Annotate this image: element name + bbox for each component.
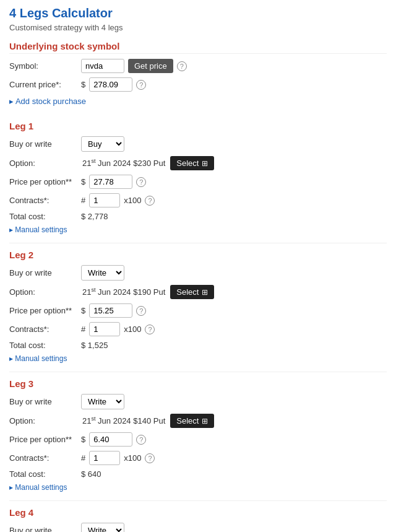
leg-1-buy-write-label: Buy or write (9, 139, 77, 149)
current-price-input[interactable] (89, 77, 132, 92)
underlying-section-title: Underlying stock symbol (9, 41, 387, 54)
leg-1-total-row: Total cost: $ 2,778 (9, 212, 387, 221)
leg-3-price-currency: $ (81, 435, 85, 444)
leg-3-option-row: Option: 21st Jun 2024 $140 Put Select ⊞ (9, 414, 387, 428)
leg-2-select-button[interactable]: Select ⊞ (170, 285, 214, 299)
underlying-section: Underlying stock symbol Symbol: Get pric… (9, 41, 387, 112)
leg-2-manual-settings-link[interactable]: Manual settings (9, 354, 67, 363)
leg-4-section: Leg 4 Buy or write Buy Write Option: 21s… (9, 507, 387, 532)
leg-1-contracts-input[interactable] (89, 193, 120, 207)
leg-2-contracts-label: Contracts*: (9, 325, 77, 334)
legs-container: Leg 1 Buy or write Buy Write Option: 21s… (9, 121, 387, 532)
leg-2-contracts-help-icon[interactable]: ? (145, 325, 155, 334)
leg-2-contracts-row: Contracts*: # x100 ? (9, 322, 387, 336)
leg-1-total-label: Total cost: (9, 212, 77, 221)
leg-1-section: Leg 1 Buy or write Buy Write Option: 21s… (9, 121, 387, 243)
leg-3-price-input[interactable] (89, 432, 132, 447)
leg-1-select-icon: ⊞ (202, 159, 208, 168)
leg-3-title: Leg 3 (9, 378, 387, 389)
leg-2-total-label: Total cost: (9, 341, 77, 350)
leg-3-x100-label: x100 (124, 453, 141, 463)
leg-3-contracts-input[interactable] (89, 451, 120, 465)
symbol-label: Symbol: (9, 61, 77, 71)
leg-2-contracts-hash: # (81, 325, 85, 334)
leg-1-title: Leg 1 (9, 121, 387, 131)
leg-2-option-text: 21st Jun 2024 $190 Put (82, 287, 165, 297)
leg-2-contracts-input[interactable] (89, 322, 120, 336)
leg-2-price-row: Price per option** $ ? (9, 303, 387, 318)
current-price-help-icon[interactable]: ? (136, 80, 146, 90)
leg-1-total-value: $ 2,778 (81, 212, 108, 221)
leg-3-price-help-icon[interactable]: ? (136, 435, 146, 445)
leg-3-contracts-label: Contracts*: (9, 453, 77, 463)
symbol-input[interactable] (81, 59, 124, 73)
leg-1-option-label: Option: (9, 159, 77, 168)
leg-2-select-icon: ⊞ (202, 288, 208, 297)
symbol-row: Symbol: Get price ? (9, 59, 387, 73)
leg-3-price-label: Price per option** (9, 435, 77, 444)
leg-3-total-value: $ 640 (81, 469, 101, 479)
symbol-help-icon[interactable]: ? (177, 61, 187, 71)
leg-2-option-row: Option: 21st Jun 2024 $190 Put Select ⊞ (9, 285, 387, 299)
leg-2-buy-write-row: Buy or write Buy Write (9, 265, 387, 281)
leg-1-contracts-row: Contracts*: # x100 ? (9, 193, 387, 207)
leg-3-price-row: Price per option** $ ? (9, 432, 387, 447)
leg-2-total-value: $ 1,525 (81, 341, 108, 350)
leg-2-buy-write-select[interactable]: Buy Write (81, 265, 124, 281)
leg-3-option-text: 21st Jun 2024 $140 Put (82, 416, 165, 425)
leg-1-contracts-hash: # (81, 196, 85, 205)
leg-1-select-button[interactable]: Select ⊞ (170, 156, 214, 170)
current-price-currency: $ (81, 80, 85, 89)
leg-1-buy-write-row: Buy or write Buy Write (9, 136, 387, 152)
leg-4-buy-write-select[interactable]: Buy Write (81, 523, 124, 532)
leg-3-section: Leg 3 Buy or write Buy Write Option: 21s… (9, 378, 387, 501)
get-price-button[interactable]: Get price (128, 59, 173, 73)
current-price-row: Current price*: $ ? (9, 77, 387, 92)
leg-2-price-currency: $ (81, 306, 85, 315)
leg-2-buy-write-label: Buy or write (9, 268, 77, 277)
leg-1-contracts-help-icon[interactable]: ? (145, 196, 155, 206)
leg-3-total-label: Total cost: (9, 469, 77, 479)
leg-1-price-help-icon[interactable]: ? (136, 177, 146, 187)
leg-2-price-help-icon[interactable]: ? (136, 306, 146, 316)
page-subtitle: Customised strategy with 4 legs (9, 23, 387, 32)
leg-4-buy-write-label: Buy or write (9, 526, 77, 532)
leg-1-price-row: Price per option** $ ? (9, 175, 387, 189)
leg-3-buy-write-label: Buy or write (9, 397, 77, 406)
leg-2-x100-label: x100 (124, 325, 141, 334)
leg-3-manual-settings-link[interactable]: Manual settings (9, 483, 67, 492)
leg-1-x100-label: x100 (124, 196, 141, 205)
leg-1-contracts-label: Contracts*: (9, 196, 77, 205)
add-stock-purchase-link[interactable]: Add stock purchase (9, 97, 86, 106)
leg-3-buy-write-select[interactable]: Buy Write (81, 394, 124, 409)
leg-3-buy-write-row: Buy or write Buy Write (9, 394, 387, 409)
leg-2-section: Leg 2 Buy or write Buy Write Option: 21s… (9, 250, 387, 372)
leg-1-option-text: 21st Jun 2024 $230 Put (82, 158, 165, 168)
leg-3-contracts-row: Contracts*: # x100 ? (9, 451, 387, 465)
leg-2-price-label: Price per option** (9, 306, 77, 315)
leg-2-title: Leg 2 (9, 250, 387, 260)
leg-3-total-row: Total cost: $ 640 (9, 469, 387, 479)
leg-1-option-row: Option: 21st Jun 2024 $230 Put Select ⊞ (9, 156, 387, 170)
leg-3-select-icon: ⊞ (202, 417, 208, 425)
leg-1-price-label: Price per option** (9, 177, 77, 186)
leg-1-price-input[interactable] (89, 175, 132, 189)
leg-4-title: Leg 4 (9, 507, 387, 518)
leg-3-contracts-hash: # (81, 453, 85, 463)
leg-2-total-row: Total cost: $ 1,525 (9, 341, 387, 350)
leg-2-price-input[interactable] (89, 303, 132, 318)
leg-3-contracts-help-icon[interactable]: ? (145, 453, 155, 463)
page-title: 4 Legs Calculator (9, 6, 387, 20)
leg-1-price-currency: $ (81, 177, 85, 186)
leg-4-buy-write-row: Buy or write Buy Write (9, 523, 387, 532)
leg-3-option-label: Option: (9, 416, 77, 425)
current-price-label: Current price*: (9, 80, 77, 89)
leg-3-select-button[interactable]: Select ⊞ (170, 414, 214, 428)
leg-1-manual-settings-link[interactable]: Manual settings (9, 225, 67, 234)
leg-2-option-label: Option: (9, 287, 77, 297)
leg-1-buy-write-select[interactable]: Buy Write (81, 136, 124, 152)
